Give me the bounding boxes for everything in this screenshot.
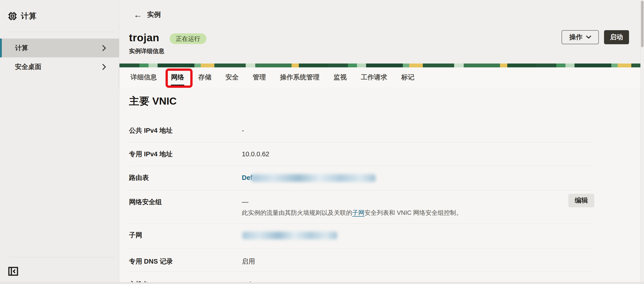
compute-chip-icon xyxy=(8,12,17,20)
redacted-route-table-value xyxy=(251,174,376,182)
chevron-right-icon xyxy=(102,45,106,51)
decorative-banner xyxy=(120,63,640,67)
row-label: 专用 IPv4 地址 xyxy=(129,150,242,159)
start-button[interactable]: 启动 xyxy=(604,30,629,44)
page-subtitle: 实例详细信息 xyxy=(129,47,164,55)
row-value: — xyxy=(242,198,462,206)
tab-security[interactable]: 安全 xyxy=(226,67,239,87)
tab-management[interactable]: 管理 xyxy=(253,67,266,87)
table-row: 子网 xyxy=(129,224,594,249)
row-label: 主机名 xyxy=(129,280,242,282)
back-arrow-icon: ← xyxy=(134,10,142,19)
tab-details[interactable]: 详细信息 xyxy=(130,67,157,87)
scrollbar-thumb[interactable] xyxy=(641,1,644,47)
tab-network[interactable]: 网络 xyxy=(171,67,184,87)
sidebar-item-label: 安全桌面 xyxy=(15,62,41,71)
row-value: 启用 xyxy=(242,257,255,266)
tab-os-management[interactable]: 操作系统管理 xyxy=(280,67,320,87)
table-row: 网络安全组 — 此实例的流量由其防火墙规则以及关联的子网安全列表和 VNIC 网… xyxy=(129,190,594,224)
main-content: 主要 VNIC 公共 IPv4 地址 - 专用 IPv4 地址 10.0.0.6… xyxy=(120,87,640,282)
collapse-panel-icon xyxy=(8,267,18,276)
sidebar-title: 计算 xyxy=(21,11,37,21)
route-table-link[interactable]: Def xyxy=(242,174,252,181)
chevron-right-icon xyxy=(102,64,106,70)
start-button-label: 启动 xyxy=(610,33,623,42)
row-label: 专用 DNS 记录 xyxy=(129,257,242,266)
tab-tags[interactable]: 标记 xyxy=(401,67,414,87)
table-row: 公共 IPv4 地址 - xyxy=(129,116,594,142)
vertical-scrollbar[interactable] xyxy=(640,0,644,284)
tab-monitoring[interactable]: 监视 xyxy=(334,67,347,87)
sidebar-item-secure-desktop[interactable]: 安全桌面 xyxy=(0,57,119,76)
row-label: 网络安全组 xyxy=(129,198,242,217)
sidebar-divider xyxy=(8,257,115,257)
nsg-note-text: 安全列表和 VNIC 网络安全组控制。 xyxy=(364,209,462,216)
details-table: 公共 IPv4 地址 - 专用 IPv4 地址 10.0.0.62 路由表 De… xyxy=(129,116,594,282)
subnet-inline-link[interactable]: 子网 xyxy=(352,209,364,217)
back-label: 实例 xyxy=(147,10,161,19)
row-value: - xyxy=(242,126,244,135)
table-row: 主机名 trojan xyxy=(129,272,594,282)
page-title: trojan xyxy=(129,31,160,44)
edit-nsg-button[interactable]: 编辑 xyxy=(568,194,594,207)
collapse-panel-button[interactable] xyxy=(8,266,18,277)
tab-work-requests[interactable]: 工作请求 xyxy=(361,67,387,87)
nsg-note-text: 此实例的流量由其防火墙规则以及关联的 xyxy=(242,209,352,216)
actions-dropdown-label: 操作 xyxy=(569,33,582,42)
section-title: 主要 VNIC xyxy=(129,87,594,108)
actions-dropdown-button[interactable]: 操作 xyxy=(562,30,599,44)
sidebar-header: 计算 xyxy=(0,0,119,21)
row-value: trojan xyxy=(242,280,258,282)
row-label: 路由表 xyxy=(129,173,242,182)
row-value: 10.0.0.62 xyxy=(242,150,269,159)
table-row: 路由表 Def xyxy=(129,166,594,190)
row-label: 子网 xyxy=(129,231,242,240)
sidebar-item-label: 计算 xyxy=(15,43,28,53)
table-row: 专用 DNS 记录 启用 xyxy=(129,249,594,272)
header-actions: 操作 启动 xyxy=(562,30,629,44)
page-header: ← 实例 trojan 正在运行 实例详细信息 操作 启动 xyxy=(120,0,640,63)
tab-bar: 详细信息 网络 存储 安全 管理 操作系统管理 监视 工作请求 标记 xyxy=(120,67,640,87)
sidebar: 计算 计算 安全桌面 xyxy=(0,0,119,284)
status-badge: 正在运行 xyxy=(170,33,206,44)
chevron-down-icon xyxy=(586,36,591,39)
tab-storage[interactable]: 存储 xyxy=(198,67,212,87)
sidebar-divider xyxy=(8,32,115,32)
table-row: 专用 IPv4 地址 10.0.0.62 xyxy=(129,142,594,166)
row-label: 公共 IPv4 地址 xyxy=(129,126,242,135)
sidebar-item-compute[interactable]: 计算 xyxy=(0,38,119,57)
back-link[interactable]: ← 实例 xyxy=(134,10,161,19)
nsg-note: 此实例的流量由其防火墙规则以及关联的子网安全列表和 VNIC 网络安全组控制。 xyxy=(242,209,462,217)
redacted-subnet-value xyxy=(242,232,337,239)
tabs: 详细信息 网络 存储 安全 管理 操作系统管理 监视 工作请求 标记 xyxy=(120,67,640,87)
bottom-edge-strip xyxy=(0,282,644,284)
